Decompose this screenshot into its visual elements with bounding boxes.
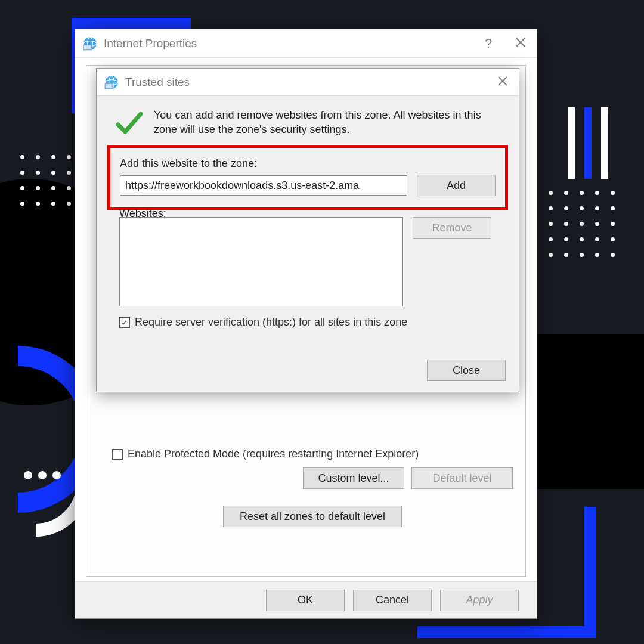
internet-properties-window: Internet Properties ? Trusted sites bbox=[75, 29, 537, 619]
close-icon bbox=[515, 36, 526, 51]
globe-icon bbox=[82, 36, 98, 51]
trusted-sites-dialog: Trusted sites You can add and remove web… bbox=[96, 68, 519, 392]
custom-level-button[interactable]: Custom level... bbox=[303, 467, 404, 489]
help-button[interactable]: ? bbox=[472, 29, 504, 58]
child-titlebar: Trusted sites bbox=[97, 69, 519, 96]
default-level-button[interactable]: Default level bbox=[411, 467, 513, 489]
websites-listbox[interactable] bbox=[119, 217, 403, 306]
reset-zones-button[interactable]: Reset all zones to default level bbox=[223, 506, 402, 527]
parent-lower-controls: Enable Protected Mode (requires restarti… bbox=[112, 448, 513, 527]
close-window-button[interactable] bbox=[504, 29, 537, 58]
decor-three-dots bbox=[24, 471, 61, 479]
ok-button[interactable]: OK bbox=[266, 590, 345, 611]
remove-button[interactable]: Remove bbox=[413, 217, 491, 239]
close-dialog-button[interactable] bbox=[487, 68, 519, 97]
decor-black-block bbox=[525, 334, 644, 489]
close-button[interactable]: Close bbox=[427, 360, 506, 381]
child-dialog-title: Trusted sites bbox=[125, 76, 487, 89]
checkmark-icon bbox=[113, 108, 144, 139]
parent-footer: OK Cancel Apply bbox=[75, 581, 537, 618]
apply-button[interactable]: Apply bbox=[440, 590, 519, 611]
require-https-label: Require server verification (https:) for… bbox=[135, 316, 407, 329]
add-site-highlight-box: Add this website to the zone: Add bbox=[107, 145, 508, 210]
decor-vertical-lines bbox=[568, 107, 608, 179]
require-https-checkbox[interactable]: ✓ Require server verification (https:) f… bbox=[119, 316, 502, 329]
parent-titlebar: Internet Properties ? bbox=[75, 29, 537, 58]
websites-label: Websites: bbox=[119, 208, 502, 217]
checkbox-icon bbox=[112, 449, 123, 460]
parent-window-title: Internet Properties bbox=[104, 37, 472, 50]
add-site-label: Add this website to the zone: bbox=[120, 157, 496, 170]
svg-rect-3 bbox=[83, 45, 91, 50]
globe-icon bbox=[104, 75, 119, 90]
enable-protected-label: Enable Protected Mode (requires restarti… bbox=[128, 448, 419, 460]
enable-protected-mode-checkbox[interactable]: Enable Protected Mode (requires restarti… bbox=[112, 448, 513, 460]
help-icon: ? bbox=[485, 36, 492, 51]
cancel-button[interactable]: Cancel bbox=[353, 590, 432, 611]
svg-rect-7 bbox=[105, 83, 113, 89]
add-site-input[interactable] bbox=[120, 175, 407, 196]
decor-dot-grid-right bbox=[549, 191, 626, 286]
add-button[interactable]: Add bbox=[417, 175, 496, 196]
intro-text: You can add and remove websites from thi… bbox=[154, 108, 502, 139]
checkbox-icon: ✓ bbox=[119, 317, 130, 328]
close-icon bbox=[497, 75, 508, 90]
decor-dot-grid-left bbox=[20, 155, 74, 227]
